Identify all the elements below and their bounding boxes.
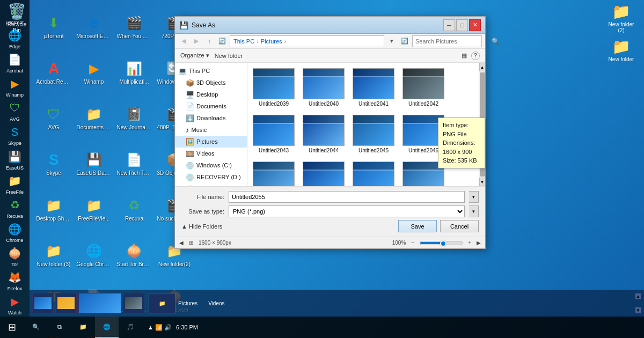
scroll-up-button[interactable]: ▲ <box>479 63 486 71</box>
tooltip-dimensions: Dimensions: 1600 x 900 <box>443 138 480 156</box>
file-thumb-2040[interactable]: Untitled2040 <box>300 65 347 109</box>
thispc-label: This PC <box>189 68 210 74</box>
tooltip-size: Size: 535 KB <box>443 156 480 165</box>
taskbar-media[interactable]: 🎵 <box>119 317 142 338</box>
status-left-arrow[interactable]: ◀ <box>179 240 184 246</box>
breadcrumb-dropdown[interactable]: ▾ <box>386 36 397 47</box>
dialog-status-bar: ◀ ⊞ 1600 × 900px 100% − + ▶ <box>175 237 485 248</box>
music-label: Music <box>192 127 207 133</box>
windows-c-label: Windows (C:) <box>196 162 232 168</box>
tree-item-documents[interactable]: 📄 Documents <box>175 100 247 112</box>
search-icon: 🔍 <box>492 38 500 45</box>
scroll-down-button[interactable]: ▼ <box>479 178 486 186</box>
file-thumb-2049[interactable]: Untitled2049 <box>350 159 397 186</box>
start-button[interactable]: ⊞ <box>0 317 24 338</box>
file-thumb-2048[interactable]: Untitled2048 <box>300 159 347 186</box>
dialog-controls: ─ □ ✕ <box>443 19 481 31</box>
tree-item-desktop[interactable]: 🖥️ Desktop <box>175 89 247 100</box>
filename-row: File name: ▾ <box>181 191 479 203</box>
thumb-label-2045: Untitled2045 <box>358 148 389 153</box>
thumb-img-2048 <box>303 161 345 186</box>
taskbar-browser[interactable]: 🌐 <box>95 317 119 338</box>
thumb-label-2040: Untitled2040 <box>309 101 339 107</box>
tree-item-thispc[interactable]: 💻 This PC <box>175 65 247 77</box>
refresh-path-button[interactable]: 🔄 <box>399 36 410 47</box>
breadcrumb-pictures: Pictures <box>261 38 282 45</box>
thumb-img-2045 <box>353 115 394 146</box>
file-thumb-2045[interactable]: Untitled2045 <box>350 112 397 156</box>
zoom-in-button[interactable]: + <box>468 240 471 246</box>
search-input[interactable] <box>415 38 489 45</box>
breadcrumb-bar[interactable]: This PC › Pictures › <box>230 35 384 47</box>
thumb-img-2043 <box>253 115 295 146</box>
tree-desktop-icon: 🖥️ <box>186 91 194 99</box>
downloads-label: Downloads <box>196 115 225 121</box>
file-thumb-2039[interactable]: Untitled2039 <box>250 65 297 109</box>
breadcrumb-sep1: › <box>257 38 259 45</box>
new-folder-label: New folder <box>215 53 243 59</box>
videos-icon: 🎞️ <box>186 150 194 158</box>
taskbar-media-icon: 🎵 <box>124 320 137 333</box>
forward-button[interactable]: ▶ <box>191 36 202 47</box>
documents-label: Documents <box>196 103 226 109</box>
save-as-dialog: 💾 Save As ─ □ ✕ ◀ ▶ ↑ 🔄 This PC › Pict <box>174 16 486 249</box>
refresh-button[interactable]: 🔄 <box>217 36 228 47</box>
close-button[interactable]: ✕ <box>469 19 481 31</box>
filename-dropdown[interactable]: ▾ <box>469 191 479 203</box>
taskbar: ⊞ 🔍 ⧉ 📁 🌐 🎵 ▲ 📶 🔊 6:30 PM <box>0 317 644 338</box>
file-thumb-2047[interactable]: Untitled2047 <box>250 159 297 186</box>
thumb-img-2040 <box>303 68 345 99</box>
filename-input[interactable] <box>229 191 465 203</box>
taskbar-explorer[interactable]: 📁 <box>71 317 95 338</box>
tree-item-pictures[interactable]: 🖼️ Pictures <box>175 136 247 148</box>
file-thumb-2041[interactable]: Untitled2041 <box>350 65 397 109</box>
recovery-d-label: RECOVERY (D:) <box>196 174 241 180</box>
savetype-label: Save as type: <box>181 208 224 215</box>
windows-c-icon: 💿 <box>186 161 194 170</box>
up-button[interactable]: ↑ <box>204 36 215 47</box>
status-grid-icon: ⊞ <box>189 240 193 246</box>
view-button[interactable]: ▦ <box>459 50 470 61</box>
back-button[interactable]: ◀ <box>178 36 189 47</box>
savetype-dropdown[interactable]: ▾ <box>469 205 479 217</box>
tree-item-music[interactable]: ♪ Music <box>175 124 247 136</box>
help-button[interactable]: ? <box>471 52 480 60</box>
file-thumb-2043[interactable]: Untitled2043 <box>250 112 297 156</box>
taskbar-taskview[interactable]: ⧉ <box>48 317 71 338</box>
tree-item-videos[interactable]: 🎞️ Videos <box>175 148 247 159</box>
thumb-label-2046: Untitled2046 <box>408 148 438 153</box>
zoom-out-button[interactable]: − <box>411 240 414 246</box>
zoom-slider-thumb[interactable] <box>440 240 447 247</box>
file-thumb-2044[interactable]: Untitled2044 <box>300 112 347 156</box>
organize-button[interactable]: Organize ▾ <box>180 52 209 59</box>
file-thumb-2042[interactable]: Untitled2042 <box>400 65 447 109</box>
tree-item-windows-c[interactable]: 💿 Windows (C:) <box>175 159 247 171</box>
dialog-titlebar: 💾 Save As ─ □ ✕ <box>175 17 485 34</box>
taskbar-search[interactable]: 🔍 <box>24 317 48 338</box>
cancel-button[interactable]: Cancel <box>440 220 479 232</box>
dialog-title-icon: 💾 <box>179 21 188 30</box>
status-dimensions: 1600 × 900px <box>199 240 231 246</box>
dialog-footer: File name: ▾ Save as type: PNG (*.png) J… <box>175 186 485 237</box>
savetype-row: Save as type: PNG (*.png) JPEG (*.jpg) B… <box>181 205 479 217</box>
minimize-button[interactable]: ─ <box>443 19 455 31</box>
tree-item-downloads[interactable]: ⬇️ Downloads <box>175 112 247 124</box>
maximize-button[interactable]: □ <box>456 19 468 31</box>
desktop: 🗑️ Recycle Bin ⬇ µTorrent 🌐 Edge 📄 Acrob… <box>0 0 644 338</box>
taskbar-time: 6:30 PM <box>176 324 198 330</box>
thumb-img-2039 <box>253 68 295 99</box>
organize-bar: Organize ▾ New folder ▦ ? <box>175 49 485 63</box>
tree-item-3dobjects[interactable]: 📦 3D Objects <box>175 77 247 89</box>
thumb-img-2047 <box>253 161 295 186</box>
thumb-img-2049 <box>353 161 394 186</box>
new-folder-button[interactable]: New folder <box>215 53 243 59</box>
hide-folders-button[interactable]: ▲ Hide Folders <box>181 223 222 230</box>
taskbar-right: ▲ 📶 🔊 6:30 PM <box>142 324 203 331</box>
pictures-icon: 🖼️ <box>186 138 194 146</box>
savetype-select[interactable]: PNG (*.png) JPEG (*.jpg) BMP (*.bmp) <box>229 205 465 217</box>
tree-item-recovery-d[interactable]: 💿 RECOVERY (D:) <box>175 171 247 183</box>
thumb-label-2042: Untitled2042 <box>408 101 438 107</box>
search-bar: 🔍 <box>412 35 482 47</box>
status-right-arrow[interactable]: ▶ <box>477 240 481 246</box>
save-button[interactable]: Save <box>398 220 437 232</box>
